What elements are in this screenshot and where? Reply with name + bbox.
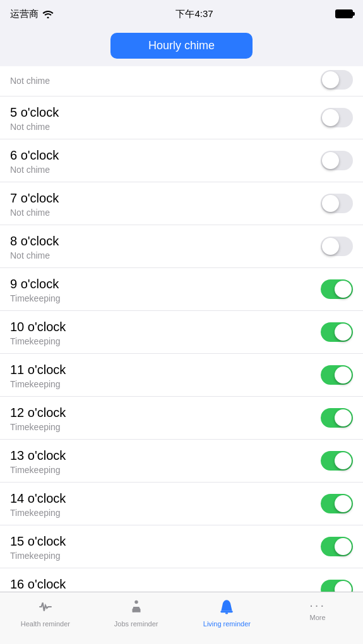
svg-rect-2 <box>221 611 234 613</box>
list-item-6: 10 o'clockTimekeeping <box>0 311 363 354</box>
item-subtitle-5: Timekeeping <box>10 293 61 303</box>
tab-bar: Health reminder Jobs reminder Living rem… <box>0 592 363 644</box>
list-item-10: 14 o'clockTimekeeping <box>0 483 363 525</box>
toggle-partial[interactable] <box>321 70 353 90</box>
list-item-3: 7 o'clockNot chime <box>0 182 363 225</box>
item-title-9: 13 o'clock <box>10 447 66 464</box>
toggle-3[interactable] <box>321 194 353 213</box>
list-item-11: 15 o'clockTimekeeping <box>0 525 363 568</box>
item-subtitle-4: Not chime <box>10 250 59 261</box>
toggle-4[interactable] <box>321 237 353 256</box>
hourly-chime-button[interactable]: Hourly chime <box>110 33 253 59</box>
header: Hourly chime <box>0 28 363 66</box>
items-list: 5 o'clockNot chime6 o'clockNot chime7 o'… <box>0 97 363 611</box>
svg-point-0 <box>134 600 138 604</box>
jobs-icon <box>128 599 145 618</box>
item-subtitle-1: Not chime <box>10 122 59 132</box>
item-title-11: 15 o'clock <box>10 533 66 549</box>
tab-health-label: Health reminder <box>21 620 70 628</box>
partial-top-item: Not chime <box>0 66 363 97</box>
time-display: 下午4:37 <box>176 8 213 20</box>
battery-area <box>335 9 353 18</box>
toggle-1[interactable] <box>321 108 353 127</box>
more-icon: ··· <box>309 599 326 611</box>
list-item-7: 11 o'clockTimekeeping <box>0 354 363 397</box>
item-subtitle-3: Not chime <box>10 208 59 218</box>
tab-more[interactable]: ··· More <box>272 597 363 621</box>
list-item-4: 8 o'clockNot chime <box>0 225 363 268</box>
tab-jobs[interactable]: Jobs reminder <box>91 597 182 628</box>
svg-rect-3 <box>225 612 228 614</box>
content-area: Not chime 5 o'clockNot chime6 o'clockNot… <box>0 66 363 644</box>
item-title-10: 14 o'clock <box>10 490 66 506</box>
item-title-5: 9 o'clock <box>10 276 61 292</box>
item-subtitle-6: Timekeeping <box>10 336 66 346</box>
item-subtitle-8: Timekeeping <box>10 422 66 432</box>
list-item-2: 6 o'clockNot chime <box>0 139 363 182</box>
tab-living[interactable]: Living reminder <box>182 597 273 628</box>
tab-living-label: Living reminder <box>203 620 251 628</box>
item-title-8: 12 o'clock <box>10 404 66 421</box>
item-title-4: 8 o'clock <box>10 233 59 249</box>
item-subtitle-7: Timekeeping <box>10 379 66 389</box>
toggle-9[interactable] <box>321 451 353 471</box>
toggle-7[interactable] <box>321 365 353 385</box>
toggle-10[interactable] <box>321 494 353 513</box>
item-title-12: 16 o'clock <box>10 576 66 592</box>
list-item-8: 12 o'clockTimekeeping <box>0 397 363 440</box>
item-title-7: 11 o'clock <box>10 361 66 378</box>
item-title-2: 6 o'clock <box>10 147 59 163</box>
toggle-5[interactable] <box>321 279 353 299</box>
toggle-8[interactable] <box>321 408 353 428</box>
health-icon <box>37 599 54 618</box>
item-title-1: 5 o'clock <box>10 104 59 120</box>
wifi-icon <box>42 9 54 18</box>
toggle-11[interactable] <box>321 537 353 556</box>
toggle-2[interactable] <box>321 151 353 170</box>
tab-jobs-label: Jobs reminder <box>114 620 158 628</box>
tab-more-label: More <box>310 614 326 621</box>
partial-subtitle: Not chime <box>10 76 50 86</box>
item-subtitle-10: Timekeeping <box>10 508 66 518</box>
list-item-9: 13 o'clockTimekeeping <box>0 440 363 483</box>
living-icon <box>218 599 235 618</box>
carrier-text: 运营商 <box>10 8 39 20</box>
status-bar: 运营商 下午4:37 <box>0 0 363 28</box>
tab-health[interactable]: Health reminder <box>0 597 91 628</box>
item-subtitle-11: Timekeeping <box>10 551 66 561</box>
item-title-6: 10 o'clock <box>10 319 66 335</box>
list-item-5: 9 o'clockTimekeeping <box>0 268 363 311</box>
chime-list: Not chime 5 o'clockNot chime6 o'clockNot… <box>0 66 363 611</box>
item-subtitle-2: Not chime <box>10 165 59 175</box>
carrier-wifi: 运营商 <box>10 8 54 20</box>
item-title-3: 7 o'clock <box>10 190 59 206</box>
list-item-1: 5 o'clockNot chime <box>0 97 363 139</box>
battery-icon <box>335 9 353 18</box>
item-subtitle-9: Timekeeping <box>10 465 66 475</box>
toggle-6[interactable] <box>321 322 353 342</box>
